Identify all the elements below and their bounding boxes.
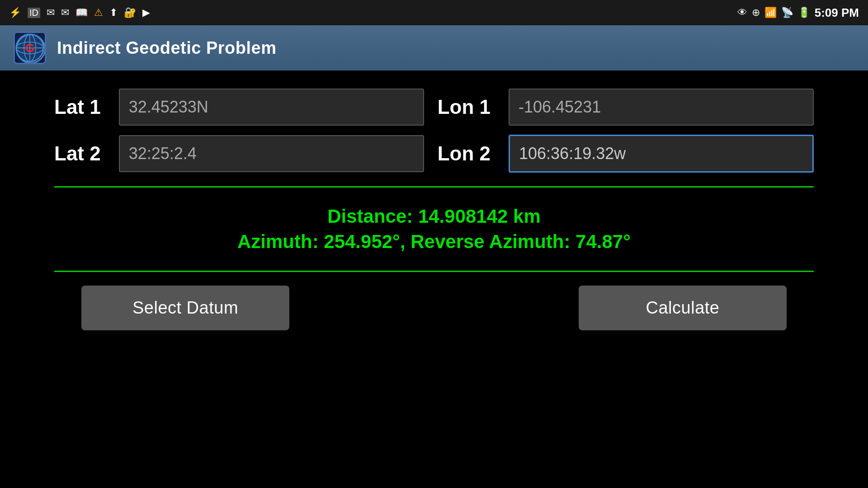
result-azimuth: Azimuth: 254.952°, Reverse Azimuth: 74.8… [54, 231, 814, 253]
svg-point-1 [24, 34, 36, 62]
usb-icon: ⚡ [9, 7, 21, 19]
button-row: Select Datum Calculate [54, 286, 814, 330]
lon1-label: Lon 1 [438, 96, 495, 118]
id-icon: ID [28, 8, 40, 18]
results-section: Distance: 14.908142 km Azimuth: 254.952°… [54, 201, 814, 257]
lon2-label: Lon 2 [438, 142, 495, 165]
mail-icon-2: ✉ [61, 7, 69, 19]
lon2-input[interactable] [509, 135, 814, 173]
svg-point-0 [16, 34, 44, 62]
signal-icon: 📡 [781, 7, 793, 19]
status-bar: ⚡ ID ✉ ✉ 📖 ⚠ ⬆ 🔐 ▶ 👁 ⊕ 📶 📡 🔋 5:09 PM [0, 0, 868, 25]
lat1-label: Lat 1 [54, 96, 105, 118]
mail-icon-1: ✉ [47, 7, 55, 19]
lock-upload-icon: 🔐 [124, 7, 136, 19]
status-bar-left: ⚡ ID ✉ ✉ 📖 ⚠ ⬆ 🔐 ▶ [9, 7, 150, 19]
main-content: Lat 1 Lon 1 Lat 2 Lon 2 Distance: 14.908… [0, 70, 868, 348]
wifi-icon: 📶 [764, 7, 777, 19]
form-grid: Lat 1 Lon 1 Lat 2 Lon 2 [54, 89, 814, 173]
lat1-input[interactable] [119, 89, 424, 126]
lon1-input[interactable] [509, 89, 814, 126]
bottom-divider [54, 271, 814, 272]
svg-text:G: G [25, 42, 34, 54]
battery-icon: 🔋 [798, 7, 810, 19]
app-icon: G [14, 32, 46, 64]
lat2-input[interactable] [119, 135, 424, 172]
top-divider [54, 186, 814, 188]
lat2-label: Lat 2 [54, 142, 105, 165]
eye-icon: 👁 [737, 7, 747, 19]
calculate-button[interactable]: Calculate [579, 286, 787, 330]
book-icon: 📖 [75, 7, 88, 19]
status-bar-right: 👁 ⊕ 📶 📡 🔋 5:09 PM [737, 6, 859, 20]
alert-icon: ⚠ [94, 7, 103, 19]
play-icon: ▶ [142, 7, 150, 19]
bluetooth-icon: ⊕ [752, 7, 760, 19]
app-bar: G Indirect Geodetic Problem [0, 25, 868, 70]
app-title: Indirect Geodetic Problem [57, 38, 277, 58]
result-distance: Distance: 14.908142 km [54, 206, 814, 227]
select-datum-button[interactable]: Select Datum [81, 286, 289, 330]
svg-point-2 [16, 42, 44, 54]
upload-icon: ⬆ [109, 7, 118, 19]
status-time: 5:09 PM [815, 6, 859, 20]
